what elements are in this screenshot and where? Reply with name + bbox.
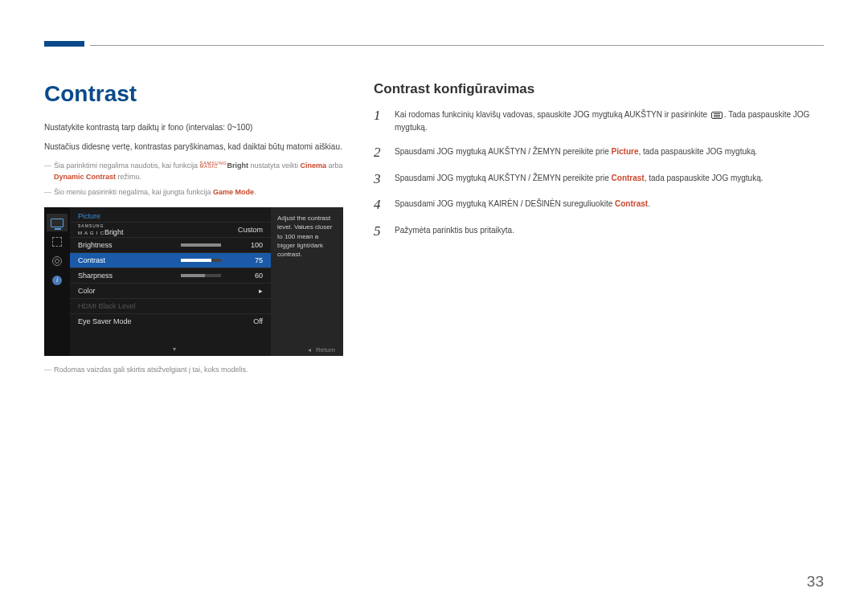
steps-list: 1 Kai rodomas funkcinių klavišų vadovas,… bbox=[374, 108, 824, 239]
intro-paragraph-1: Nustatykite kontrastą tarp daiktų ir fon… bbox=[44, 121, 343, 134]
osd-down-arrow: ▾ bbox=[173, 345, 176, 353]
osd-brightness-value: 100 bbox=[227, 241, 263, 249]
note-1-or: arba bbox=[326, 161, 343, 170]
step-num: 1 bbox=[374, 108, 385, 134]
step-4: 4 Spausdami JOG mygtuką KAIRĖN / DEŠINĖN… bbox=[374, 198, 824, 213]
osd-eyesaver-value: Off bbox=[227, 317, 263, 325]
step-5: 5 Pažymėta parinktis bus pritaikyta. bbox=[374, 224, 824, 239]
osd-contrast-value: 75 bbox=[227, 256, 263, 264]
step-3: 3 Spausdami JOG mygtuką AUKŠTYN / ŽEMYN … bbox=[374, 172, 824, 187]
osd-row-sharpness: Sharpness 60 bbox=[70, 268, 271, 283]
osd-return-label: Return bbox=[316, 346, 335, 353]
osd-description: Adjust the contrast level. Values closer… bbox=[271, 207, 343, 356]
note-1-text-b: nustatyta veikti bbox=[248, 161, 301, 170]
osd-color-label: Color bbox=[78, 287, 174, 295]
osd-screenshot: i Picture SAMSUNG M A G I C Bright bbox=[44, 207, 343, 356]
osd-magic-right: Bright bbox=[104, 228, 124, 236]
note-1-dynamic: Dynamic Contrast bbox=[54, 173, 116, 181]
step-num: 5 bbox=[374, 224, 385, 239]
step-5-text-a: Pažymėta parinktis bus pritaikyta. bbox=[395, 226, 514, 235]
osd-row-hdmi: HDMI Black Level bbox=[70, 298, 271, 313]
osd-row-contrast: Contrast 75 bbox=[70, 252, 271, 268]
step-4-text-a: Spausdami JOG mygtuką KAIRĖN / DEŠINĖN s… bbox=[395, 199, 615, 208]
step-1-text-a: Kai rodomas funkcinių klavišų vadovas, s… bbox=[395, 110, 710, 119]
step-num: 4 bbox=[374, 198, 385, 213]
osd-magic-sub: M A G I C bbox=[78, 231, 104, 235]
osd-magic-sup: SAMSUNG bbox=[78, 223, 104, 228]
osd-magic-value: Custom bbox=[227, 226, 263, 234]
osd-sidebar: i bbox=[44, 207, 70, 356]
osd-row-brightness: Brightness 100 bbox=[70, 237, 271, 252]
osd-eyesaver-label: Eye Saver Mode bbox=[78, 317, 174, 325]
osd-icon-info: i bbox=[47, 272, 68, 289]
disclaimer: Rodomas vaizdas gali skirtis atsižvelgia… bbox=[44, 364, 343, 375]
step-2: 2 Spausdami JOG mygtuką AUKŠTYN / ŽEMYN … bbox=[374, 145, 824, 161]
note-1-text-c: režimu. bbox=[116, 173, 141, 181]
note-1: Šia parinktimi negalima naudotis, kai fu… bbox=[44, 160, 343, 183]
step-2-highlight: Picture bbox=[612, 147, 639, 156]
note-1-magic: MAGIC bbox=[200, 166, 227, 169]
note-1-bright: Bright bbox=[227, 161, 248, 170]
header-rule bbox=[90, 45, 824, 46]
osd-row-magicbright: SAMSUNG M A G I C Bright Custom bbox=[70, 222, 271, 237]
osd-row-eyesaver: Eye Saver Mode Off bbox=[70, 313, 271, 329]
note-1-cinema: Cinema bbox=[300, 161, 326, 170]
osd-title: Picture bbox=[70, 207, 271, 222]
step-4-highlight: Contrast bbox=[615, 199, 648, 208]
step-2-text-a: Spausdami JOG mygtuką AUKŠTYN / ŽEMYN pe… bbox=[395, 147, 612, 156]
page-number: 33 bbox=[807, 573, 824, 591]
config-title: Contrast konfigūravimas bbox=[374, 81, 824, 97]
osd-icon-display bbox=[47, 233, 68, 251]
header-accent-bar bbox=[44, 41, 84, 47]
menu-icon bbox=[711, 112, 723, 119]
step-2-text-b: , tada paspauskite JOG mygtuką. bbox=[638, 147, 757, 156]
osd-return-arrow: ◂ bbox=[308, 346, 311, 353]
note-1-text-a: Šia parinktimi negalima naudotis, kai fu… bbox=[54, 161, 200, 170]
osd-row-color: Color ▸ bbox=[70, 283, 271, 298]
osd-footer: ◂ Return bbox=[308, 346, 335, 353]
osd-icon-settings bbox=[47, 252, 68, 270]
note-2-text-b: . bbox=[254, 188, 256, 196]
note-2: Šio meniu pasirinkti negalima, kai įjung… bbox=[44, 186, 343, 198]
step-num: 3 bbox=[374, 172, 385, 187]
note-2-text-a: Šio meniu pasirinkti negalima, kai įjung… bbox=[54, 188, 213, 196]
step-num: 2 bbox=[374, 145, 385, 161]
step-1: 1 Kai rodomas funkcinių klavišų vadovas,… bbox=[374, 108, 824, 134]
intro-paragraph-2: Nustačius didesnę vertę, kontrastas pary… bbox=[44, 141, 343, 153]
osd-icon-picture bbox=[47, 214, 68, 231]
section-title: Contrast bbox=[44, 81, 343, 107]
step-3-highlight: Contrast bbox=[612, 174, 645, 182]
step-3-text-b: , tada paspauskite JOG mygtuką. bbox=[645, 174, 764, 182]
osd-hdmi-label: HDMI Black Level bbox=[78, 302, 174, 310]
osd-brightness-label: Brightness bbox=[78, 241, 174, 249]
note-2-game: Game Mode bbox=[213, 188, 254, 196]
osd-color-arrow: ▸ bbox=[253, 287, 263, 295]
step-4-text-b: . bbox=[648, 199, 650, 208]
osd-contrast-label: Contrast bbox=[78, 256, 174, 264]
osd-sharpness-value: 60 bbox=[227, 272, 263, 280]
osd-sharpness-label: Sharpness bbox=[78, 272, 174, 280]
step-3-text-a: Spausdami JOG mygtuką AUKŠTYN / ŽEMYN pe… bbox=[395, 174, 612, 182]
